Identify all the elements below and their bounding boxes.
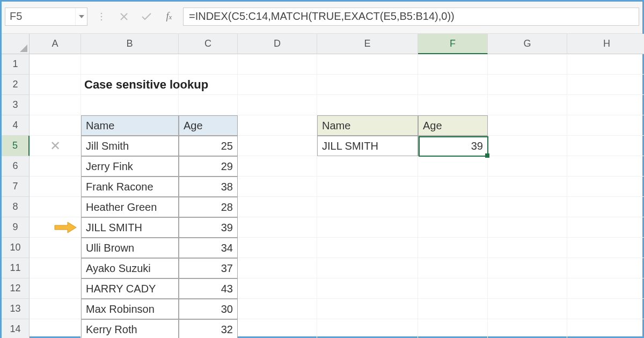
cell-A6[interactable] xyxy=(30,156,81,177)
table1-header-name[interactable]: Name xyxy=(81,115,179,136)
cell-F7[interactable] xyxy=(418,177,488,197)
select-all-corner[interactable] xyxy=(2,34,30,54)
table2-cell-age[interactable]: 39 xyxy=(418,136,488,156)
enter-formula-button[interactable] xyxy=(138,8,155,25)
cell-E14[interactable] xyxy=(317,319,418,338)
cell-G6[interactable] xyxy=(488,156,567,177)
table1-cell-name-5[interactable]: JILL SMITH xyxy=(81,217,179,238)
cancel-formula-button[interactable] xyxy=(115,8,133,25)
table1-cell-name-10[interactable]: Kerry Roth xyxy=(81,319,179,338)
column-header-B[interactable]: B xyxy=(81,34,179,54)
table1-cell-name-2[interactable]: Jerry Fink xyxy=(81,156,179,177)
cell-D4[interactable] xyxy=(238,115,317,136)
row-header-2[interactable]: 2 xyxy=(2,75,30,95)
cell-F14[interactable] xyxy=(418,319,488,338)
cell-H2[interactable] xyxy=(567,75,644,95)
table1-cell-age-7[interactable]: 37 xyxy=(179,258,238,278)
cell-C3[interactable] xyxy=(179,95,238,115)
name-box-dropdown[interactable] xyxy=(75,8,87,25)
cell-D6[interactable] xyxy=(238,156,317,177)
cell-G10[interactable] xyxy=(488,238,567,258)
cell-E1[interactable] xyxy=(317,54,418,75)
cell-E10[interactable] xyxy=(317,238,418,258)
cell-E6[interactable] xyxy=(317,156,418,177)
row-header-4[interactable]: 4 xyxy=(2,115,30,136)
table1-cell-age-3[interactable]: 38 xyxy=(179,177,238,197)
cell-D13[interactable] xyxy=(238,299,317,319)
cell-H8[interactable] xyxy=(567,197,644,217)
row-header-10[interactable]: 10 xyxy=(2,238,30,258)
table1-cell-name-1[interactable]: Jill Smith xyxy=(81,136,179,156)
cell-G12[interactable] xyxy=(488,278,567,299)
cell-H14[interactable] xyxy=(567,319,644,338)
cell-A8[interactable] xyxy=(30,197,81,217)
cell-G14[interactable] xyxy=(488,319,567,338)
formula-input[interactable]: =INDEX(C5:C14,MATCH(TRUE,EXACT(E5,B5:B14… xyxy=(183,8,639,26)
cell-G7[interactable] xyxy=(488,177,567,197)
table1-cell-age-10[interactable]: 32 xyxy=(179,319,238,338)
cell-A14[interactable] xyxy=(30,319,81,338)
table1-cell-age-8[interactable]: 43 xyxy=(179,278,238,299)
row-header-5[interactable]: 5 xyxy=(2,136,30,156)
row-header-11[interactable]: 11 xyxy=(2,258,30,278)
cell-A4[interactable] xyxy=(30,115,81,136)
cell-F9[interactable] xyxy=(418,217,488,238)
cell-H6[interactable] xyxy=(567,156,644,177)
row-header-8[interactable]: 8 xyxy=(2,197,30,217)
name-box[interactable] xyxy=(5,8,75,25)
cell-A11[interactable] xyxy=(30,258,81,278)
column-header-D[interactable]: D xyxy=(238,34,317,54)
column-header-F[interactable]: F xyxy=(418,34,488,54)
table1-cell-name-6[interactable]: Ulli Brown xyxy=(81,238,179,258)
column-header-E[interactable]: E xyxy=(317,34,418,54)
column-header-G[interactable]: G xyxy=(488,34,567,54)
table1-cell-name-8[interactable]: HARRY CADY xyxy=(81,278,179,299)
cell-D14[interactable] xyxy=(238,319,317,338)
cell-H4[interactable] xyxy=(567,115,644,136)
table2-cell-name[interactable]: JILL SMITH xyxy=(317,136,418,156)
cell-E9[interactable] xyxy=(317,217,418,238)
cell-H5[interactable] xyxy=(567,136,644,156)
cell-D7[interactable] xyxy=(238,177,317,197)
cell-H10[interactable] xyxy=(567,238,644,258)
spreadsheet-grid[interactable]: ABCDEFGH12Case sensitive lookup34NameAge… xyxy=(2,34,642,338)
cell-F10[interactable] xyxy=(418,238,488,258)
cell-G11[interactable] xyxy=(488,258,567,278)
table1-cell-age-6[interactable]: 34 xyxy=(179,238,238,258)
cell-C1[interactable] xyxy=(179,54,238,75)
table2-header-age[interactable]: Age xyxy=(418,115,488,136)
cell-A12[interactable] xyxy=(30,278,81,299)
table1-cell-name-4[interactable]: Heather Green xyxy=(81,197,179,217)
cell-H7[interactable] xyxy=(567,177,644,197)
cell-A2[interactable] xyxy=(30,75,81,95)
cell-B2[interactable]: Case sensitive lookup xyxy=(81,75,179,95)
cell-G5[interactable] xyxy=(488,136,567,156)
cell-B1[interactable] xyxy=(81,54,179,75)
cell-D12[interactable] xyxy=(238,278,317,299)
cell-B3[interactable] xyxy=(81,95,179,115)
cell-E12[interactable] xyxy=(317,278,418,299)
cell-F2[interactable] xyxy=(418,75,488,95)
table1-cell-age-1[interactable]: 25 xyxy=(179,136,238,156)
cell-G9[interactable] xyxy=(488,217,567,238)
cell-D9[interactable] xyxy=(238,217,317,238)
row-header-6[interactable]: 6 xyxy=(2,156,30,177)
row-header-7[interactable]: 7 xyxy=(2,177,30,197)
cell-D3[interactable] xyxy=(238,95,317,115)
table1-cell-age-4[interactable]: 28 xyxy=(179,197,238,217)
cell-F1[interactable] xyxy=(418,54,488,75)
cell-G1[interactable] xyxy=(488,54,567,75)
cell-D10[interactable] xyxy=(238,238,317,258)
cell-G4[interactable] xyxy=(488,115,567,136)
row-header-14[interactable]: 14 xyxy=(2,319,30,338)
table1-cell-name-7[interactable]: Ayako Suzuki xyxy=(81,258,179,278)
table1-cell-age-9[interactable]: 30 xyxy=(179,299,238,319)
cell-D5[interactable] xyxy=(238,136,317,156)
column-header-A[interactable]: A xyxy=(30,34,81,54)
row-header-3[interactable]: 3 xyxy=(2,95,30,115)
cell-E13[interactable] xyxy=(317,299,418,319)
cell-F3[interactable] xyxy=(418,95,488,115)
cell-A7[interactable] xyxy=(30,177,81,197)
cell-H3[interactable] xyxy=(567,95,644,115)
row-header-9[interactable]: 9 xyxy=(2,217,30,238)
